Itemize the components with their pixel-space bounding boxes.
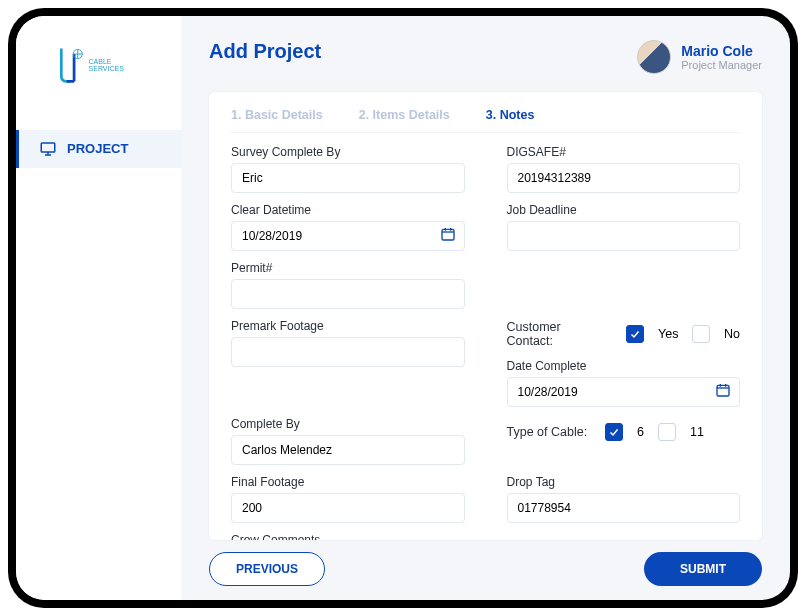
calendar-icon[interactable] <box>440 226 456 245</box>
avatar <box>637 40 671 74</box>
app-screen: CABLE SERVICES PROJECT <box>16 16 790 600</box>
input-permit[interactable] <box>231 279 465 309</box>
logo-mark-icon <box>54 43 85 87</box>
label-survey-complete-by: Survey Complete By <box>231 145 465 159</box>
checkbox-type-cable-6[interactable] <box>605 423 623 441</box>
type-cable-11-label: 11 <box>690 425 704 439</box>
user-role: Project Manager <box>681 59 762 71</box>
svg-rect-6 <box>442 229 454 240</box>
label-date-complete: Date Complete <box>507 359 741 373</box>
field-permit: Permit# <box>231 261 465 309</box>
sidebar-nav: PROJECT <box>16 130 181 168</box>
calendar-icon[interactable] <box>715 382 731 401</box>
label-complete-by: Complete By <box>231 417 465 431</box>
input-survey-complete-by[interactable] <box>231 163 465 193</box>
input-clear-datetime[interactable] <box>231 221 465 251</box>
customer-contact-no-label: No <box>724 327 740 341</box>
form-card: 1. Basic Details 2. Items Details 3. Not… <box>209 92 762 540</box>
sidebar-item-label: PROJECT <box>67 141 128 156</box>
input-drop-tag[interactable] <box>507 493 741 523</box>
brand-logo: CABLE SERVICES <box>54 40 144 90</box>
label-type-of-cable: Type of Cable: <box>507 425 588 439</box>
final-footage-input[interactable] <box>242 501 454 515</box>
input-final-footage[interactable] <box>231 493 465 523</box>
label-final-footage: Final Footage <box>231 475 465 489</box>
spacer <box>507 261 741 291</box>
field-drop-tag: Drop Tag <box>507 475 741 523</box>
svg-rect-3 <box>41 143 55 152</box>
input-complete-by[interactable] <box>231 435 465 465</box>
checkbox-customer-contact-no[interactable] <box>692 325 710 343</box>
job-deadline-input[interactable] <box>518 229 730 243</box>
label-job-deadline: Job Deadline <box>507 203 741 217</box>
label-digsafe: DIGSAFE# <box>507 145 741 159</box>
user-name: Mario Cole <box>681 43 762 59</box>
form-tabs: 1. Basic Details 2. Items Details 3. Not… <box>231 108 740 133</box>
field-survey-complete-by: Survey Complete By <box>231 145 465 193</box>
field-customer-contact: Customer Contact: Yes No Date Complete <box>507 319 741 407</box>
submit-button[interactable]: SUBMIT <box>644 552 762 586</box>
tab-basic-details[interactable]: 1. Basic Details <box>231 108 323 122</box>
presentation-icon <box>39 140 57 158</box>
device-frame: CABLE SERVICES PROJECT <box>8 8 798 608</box>
page-header: Add Project Mario Cole Project Manager <box>209 40 762 74</box>
premark-footage-input[interactable] <box>242 345 454 359</box>
sidebar: CABLE SERVICES PROJECT <box>16 16 181 600</box>
permit-input[interactable] <box>242 287 454 301</box>
field-clear-datetime: Clear Datetime <box>231 203 465 251</box>
main-content: Add Project Mario Cole Project Manager 1… <box>181 16 790 600</box>
input-job-deadline[interactable] <box>507 221 741 251</box>
checkbox-type-cable-11[interactable] <box>658 423 676 441</box>
svg-rect-10 <box>717 385 729 396</box>
previous-button[interactable]: PREVIOUS <box>209 552 325 586</box>
survey-complete-by-input[interactable] <box>242 171 454 185</box>
date-complete-input[interactable] <box>518 385 730 399</box>
brand-name: CABLE SERVICES <box>89 58 144 72</box>
field-final-footage: Final Footage <box>231 475 465 523</box>
field-crew-comments: Crew Comments Lorem Ipsum is simply dumm… <box>231 533 740 540</box>
user-block[interactable]: Mario Cole Project Manager <box>637 40 762 74</box>
tab-items-details[interactable]: 2. Items Details <box>359 108 450 122</box>
checkbox-customer-contact-yes[interactable] <box>626 325 644 343</box>
tab-notes[interactable]: 3. Notes <box>486 108 535 122</box>
clear-datetime-input[interactable] <box>242 229 454 243</box>
label-crew-comments: Crew Comments <box>231 533 740 540</box>
complete-by-input[interactable] <box>242 443 454 457</box>
form-footer: PREVIOUS SUBMIT <box>209 540 762 588</box>
field-type-of-cable: Type of Cable: 6 11 <box>507 417 741 465</box>
field-premark-footage: Premark Footage <box>231 319 465 407</box>
label-drop-tag: Drop Tag <box>507 475 741 489</box>
input-digsafe[interactable] <box>507 163 741 193</box>
drop-tag-input[interactable] <box>518 501 730 515</box>
label-customer-contact: Customer Contact: <box>507 320 609 348</box>
form-grid: Survey Complete By DIGSAFE# Clear Date <box>231 145 740 540</box>
customer-contact-yes-label: Yes <box>658 327 678 341</box>
label-clear-datetime: Clear Datetime <box>231 203 465 217</box>
field-complete-by: Complete By <box>231 417 465 465</box>
label-premark-footage: Premark Footage <box>231 319 465 333</box>
label-permit: Permit# <box>231 261 465 275</box>
digsafe-input[interactable] <box>518 171 730 185</box>
field-digsafe: DIGSAFE# <box>507 145 741 193</box>
type-cable-6-label: 6 <box>637 425 644 439</box>
field-job-deadline: Job Deadline <box>507 203 741 251</box>
input-premark-footage[interactable] <box>231 337 465 367</box>
page-title: Add Project <box>209 40 321 63</box>
input-date-complete[interactable] <box>507 377 741 407</box>
sidebar-item-project[interactable]: PROJECT <box>16 130 181 168</box>
